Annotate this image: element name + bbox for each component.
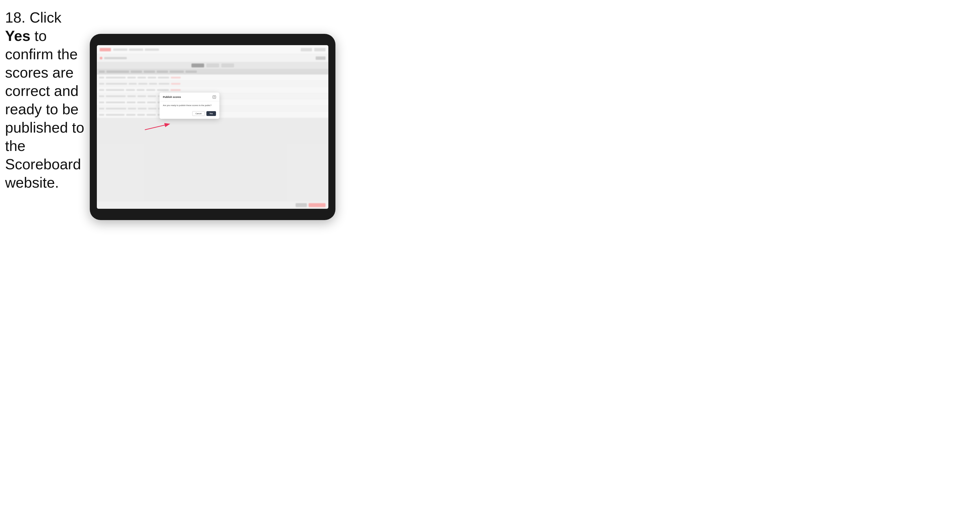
publish-scores-dialog[interactable]: Publish scores × Are you ready to publis…	[159, 92, 220, 119]
subheader-icon	[100, 57, 102, 60]
modal-message: Are you ready to publish these scores to…	[163, 104, 216, 107]
th-1	[99, 70, 105, 73]
screen-background	[97, 45, 328, 209]
th-2	[107, 70, 129, 73]
instruction-suffix: to confirm the scores are correct and re…	[5, 28, 84, 191]
cancel-button[interactable]: Cancel	[192, 111, 205, 116]
header-btn-1	[301, 48, 312, 51]
table-row	[97, 81, 328, 87]
screen-toolbar	[97, 62, 328, 69]
nav-item-2	[129, 49, 143, 51]
toolbar-btn-2	[221, 63, 234, 67]
nav-item-1	[113, 49, 127, 51]
tablet-device: Publish scores × Are you ready to publis…	[90, 34, 336, 220]
instruction-bold: Yes	[5, 28, 30, 44]
table-row	[97, 75, 328, 81]
toolbar-btn-1	[207, 63, 219, 67]
header-nav	[113, 49, 159, 51]
tablet-screen: Publish scores × Are you ready to publis…	[97, 45, 328, 209]
table-row	[97, 87, 328, 93]
instruction-text: 18. Click Yes to confirm the scores are …	[5, 8, 87, 192]
modal-body: Are you ready to publish these scores to…	[159, 101, 220, 119]
th-3	[131, 70, 142, 73]
th-5	[157, 70, 168, 73]
instruction-prefix: Click	[25, 9, 61, 26]
header-btn-2	[314, 48, 326, 51]
footer-btn-red	[309, 203, 326, 207]
nav-item-3	[145, 49, 159, 51]
screen-subheader	[97, 54, 328, 62]
screen-header	[97, 45, 328, 54]
subheader-btn	[316, 56, 326, 60]
step-number: 18.	[5, 9, 25, 26]
modal-header: Publish scores ×	[159, 92, 220, 101]
toolbar-btn-active	[191, 63, 204, 67]
footer-btn-gray	[296, 203, 307, 207]
header-logo	[100, 48, 111, 51]
th-7	[186, 70, 197, 73]
subheader-text	[104, 57, 127, 59]
screen-footer	[97, 201, 328, 209]
modal-close-button[interactable]: ×	[213, 95, 216, 99]
th-4	[144, 70, 155, 73]
table-header	[97, 69, 328, 75]
th-6	[170, 70, 184, 73]
modal-title: Publish scores	[163, 96, 181, 98]
modal-actions: Cancel Yes	[163, 111, 216, 116]
yes-button[interactable]: Yes	[207, 111, 216, 116]
